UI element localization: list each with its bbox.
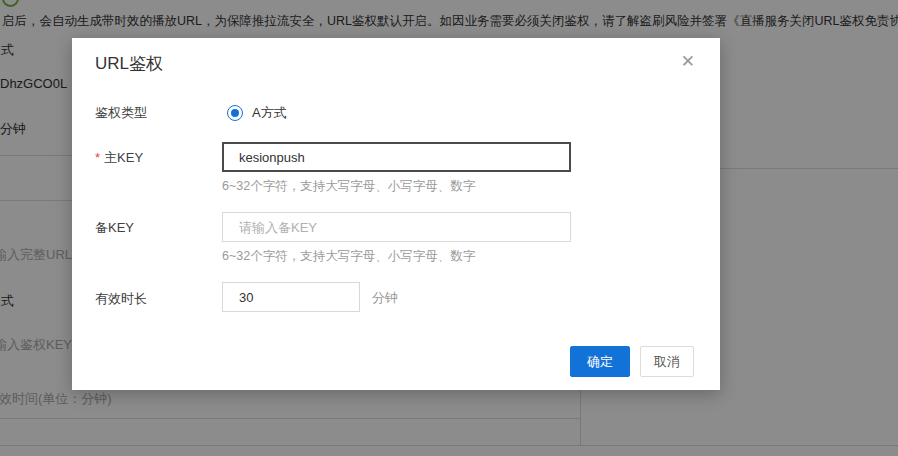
auth-type-radio[interactable]: A方式 [227, 104, 287, 122]
main-key-label: *主KEY [95, 149, 143, 167]
backup-key-hint: 6~32个字符，支持大写字母、小写字母、数字 [222, 248, 475, 265]
dialog-title: URL鉴权 [95, 52, 163, 75]
main-key-input[interactable] [222, 142, 571, 172]
confirm-button[interactable]: 确定 [570, 346, 630, 377]
auth-type-option-label: A方式 [252, 104, 287, 122]
radio-selected-icon [227, 105, 243, 121]
backup-key-input[interactable] [222, 212, 571, 242]
validity-input[interactable] [222, 282, 360, 312]
backup-key-label: 备KEY [95, 219, 134, 237]
url-auth-dialog: URL鉴权 ✕ 鉴权类型 A方式 *主KEY 6~32个字符，支持大写字母、小写… [72, 38, 720, 390]
cancel-button[interactable]: 取消 [640, 346, 694, 377]
required-asterisk: * [95, 150, 100, 165]
main-key-label-text: 主KEY [104, 150, 143, 165]
validity-unit-label: 分钟 [372, 289, 398, 307]
close-icon[interactable]: ✕ [681, 53, 695, 70]
main-key-hint: 6~32个字符，支持大写字母、小写字母、数字 [222, 178, 475, 195]
radio-dot [231, 109, 239, 117]
validity-label: 有效时长 [95, 290, 147, 308]
auth-type-label: 鉴权类型 [95, 104, 147, 122]
